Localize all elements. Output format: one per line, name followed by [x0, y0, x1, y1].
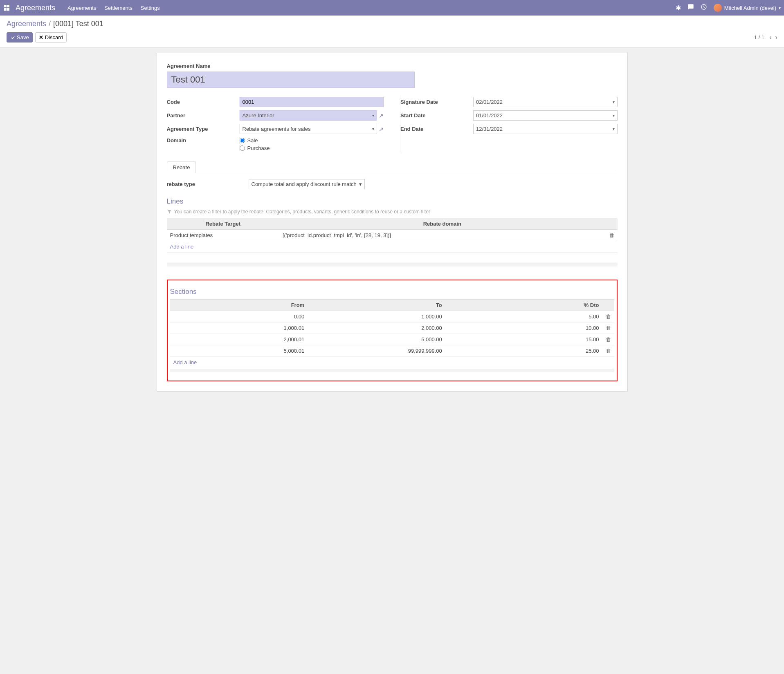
cell-to: 99,999,999.00: [308, 345, 445, 357]
end-date-input[interactable]: 12/31/2022▾: [473, 124, 618, 134]
name-input[interactable]: [167, 72, 415, 88]
close-icon: ✕: [39, 34, 43, 40]
rebate-type-value: Compute total and apply discount rule ma…: [252, 181, 357, 187]
sections-box: Sections From To % Dto 0.001,000.005.00🗑…: [167, 280, 618, 381]
chevron-down-icon: ▾: [372, 127, 374, 131]
discard-label: Discard: [45, 34, 63, 40]
rebate-type-label: rebate type: [167, 181, 249, 187]
radio-purchase-label: Purchase: [247, 145, 270, 151]
trash-icon[interactable]: 🗑: [606, 325, 611, 331]
signature-value: 02/01/2022: [476, 99, 503, 105]
type-value: Rebate agreements for sales: [243, 126, 311, 132]
tab-rebate[interactable]: Rebate: [167, 161, 196, 173]
table-row[interactable]: 5,000.0199,999,999.0025.00🗑: [170, 345, 614, 357]
chevron-down-icon: ▾: [613, 127, 615, 131]
lines-hint-text: You can create a filter to apply the reb…: [174, 209, 431, 215]
trash-icon[interactable]: 🗑: [606, 348, 611, 354]
table-row[interactable]: Product templates [('product_id.product_…: [167, 230, 618, 241]
lines-title: Lines: [167, 197, 618, 206]
cell-from: 0.00: [170, 311, 308, 322]
start-value: 01/01/2022: [476, 112, 503, 119]
bug-icon[interactable]: ✱: [676, 4, 681, 12]
cell-to: 5,000.00: [308, 334, 445, 345]
sections-title: Sections: [170, 288, 614, 296]
pager-text: 1 / 1: [754, 34, 764, 40]
rebate-type-select[interactable]: Compute total and apply discount rule ma…: [249, 179, 365, 189]
table-row[interactable]: 2,000.015,000.0015.00🗑: [170, 334, 614, 345]
col-domain: Rebate domain: [279, 218, 605, 230]
menu-settings[interactable]: Settings: [141, 5, 160, 11]
type-select[interactable]: Rebate agreements for sales▾: [240, 124, 377, 134]
menu-settlements[interactable]: Settlements: [104, 5, 133, 11]
cell-dto: 10.00: [445, 322, 602, 334]
trash-icon[interactable]: 🗑: [606, 313, 611, 320]
chevron-down-icon: ▾: [779, 6, 781, 10]
avatar: [714, 4, 722, 12]
external-link-icon[interactable]: ↗: [379, 112, 384, 119]
cell-dto: 25.00: [445, 345, 602, 357]
user-menu[interactable]: Mitchell Admin (devel) ▾: [714, 4, 781, 12]
save-label: Save: [17, 34, 29, 40]
code-input[interactable]: [240, 97, 384, 107]
partner-label: Partner: [167, 112, 236, 119]
save-button[interactable]: Save: [7, 32, 33, 43]
lines-table: Rebate Target Rebate domain Product temp…: [167, 218, 618, 241]
discard-button[interactable]: ✕ Discard: [35, 32, 67, 43]
cell-to: 2,000.00: [308, 322, 445, 334]
brand: Agreements: [16, 4, 55, 12]
cell-dto: 5.00: [445, 311, 602, 322]
signature-label: Signature Date: [400, 99, 470, 105]
breadcrumb-current: [0001] Test 001: [53, 20, 103, 28]
chevron-down-icon: ▾: [372, 113, 374, 118]
start-date-input[interactable]: 01/01/2022▾: [473, 110, 618, 121]
control-panel: Agreements / [0001] Test 001 Save ✕ Disc…: [0, 16, 784, 48]
col-to: To: [308, 300, 445, 311]
navbar: Agreements Agreements Settlements Settin…: [0, 0, 784, 16]
breadcrumb: Agreements / [0001] Test 001: [7, 20, 777, 28]
signature-date-input[interactable]: 02/01/2022▾: [473, 97, 618, 107]
top-menu: Agreements Settlements Settings: [67, 5, 160, 11]
radio-purchase[interactable]: Purchase: [240, 145, 270, 151]
radio-sale-label: Sale: [247, 137, 258, 143]
pager-next[interactable]: ›: [775, 33, 777, 42]
user-name: Mitchell Admin (devel): [724, 5, 776, 11]
external-link-icon[interactable]: ↗: [379, 126, 384, 132]
radio-sale[interactable]: Sale: [240, 137, 270, 143]
chat-icon[interactable]: [687, 4, 694, 12]
code-label: Code: [167, 99, 236, 105]
sections-add[interactable]: Add a line: [170, 357, 614, 368]
breadcrumb-sep: /: [49, 20, 51, 28]
cell-from: 2,000.01: [170, 334, 308, 345]
table-row[interactable]: 1,000.012,000.0010.00🗑: [170, 322, 614, 334]
lines-add[interactable]: Add a line: [167, 241, 618, 253]
end-label: End Date: [400, 126, 470, 132]
name-label: Agreement Name: [167, 63, 618, 69]
table-row[interactable]: 0.001,000.005.00🗑: [170, 311, 614, 322]
trash-icon[interactable]: 🗑: [609, 232, 614, 238]
trash-icon[interactable]: 🗑: [606, 336, 611, 343]
menu-agreements[interactable]: Agreements: [67, 5, 96, 11]
domain-label: Domain: [167, 137, 236, 143]
type-label: Agreement Type: [167, 126, 236, 132]
scroll-bar[interactable]: [167, 263, 618, 266]
cell-to: 1,000.00: [308, 311, 445, 322]
sections-table: From To % Dto 0.001,000.005.00🗑1,000.012…: [170, 299, 614, 357]
form-sheet: Agreement Name Code Partner Azure Interi…: [157, 53, 628, 392]
partner-select[interactable]: Azure Interior▾: [240, 110, 377, 121]
pager: 1 / 1 ‹ ›: [754, 33, 777, 42]
cell-domain: [('product_id.product_tmpl_id', 'in', [2…: [279, 230, 605, 241]
clock-icon[interactable]: [701, 4, 707, 12]
pager-prev[interactable]: ‹: [769, 33, 772, 42]
chevron-down-icon: ▾: [613, 113, 615, 118]
end-value: 12/31/2022: [476, 126, 503, 132]
chevron-down-icon: ▾: [359, 181, 362, 187]
filter-icon: [167, 209, 172, 214]
col-target: Rebate Target: [167, 218, 280, 230]
cell-from: 1,000.01: [170, 322, 308, 334]
apps-icon[interactable]: [3, 4, 11, 11]
partner-value: Azure Interior: [243, 112, 274, 119]
col-from: From: [170, 300, 308, 311]
cell-dto: 15.00: [445, 334, 602, 345]
scroll-bar[interactable]: [170, 369, 614, 372]
breadcrumb-link[interactable]: Agreements: [7, 20, 46, 28]
